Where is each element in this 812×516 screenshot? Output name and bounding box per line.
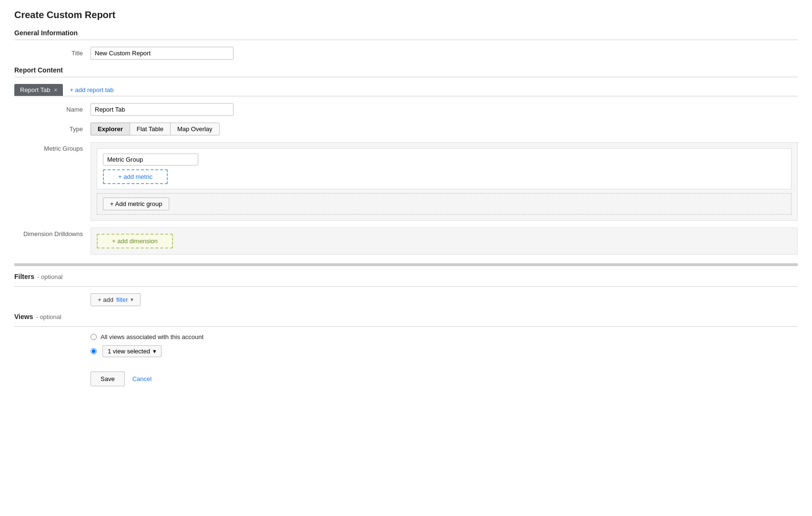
add-metric-label: + add metric <box>118 173 152 180</box>
metric-groups-label: Metric Groups <box>14 142 91 152</box>
tab-type-row: Type Explorer Flat Table Map Overlay <box>14 123 798 135</box>
views-empty-label <box>14 333 91 336</box>
all-views-radio-row: All views associated with this account <box>91 333 798 341</box>
views-optional: - optional <box>36 313 61 320</box>
metric-group-name-input[interactable] <box>103 154 198 165</box>
report-content-header: Report Content <box>14 66 798 74</box>
add-metric-group-button[interactable]: + Add metric group <box>103 197 169 210</box>
title-row: Title <box>14 47 798 60</box>
type-explorer-button[interactable]: Explorer <box>91 123 130 135</box>
dimension-row: Dimension Drilldowns + add dimension <box>14 227 798 255</box>
filter-dropdown-icon: ▾ <box>131 297 133 303</box>
add-dimension-button[interactable]: + add dimension <box>97 234 173 248</box>
type-map-overlay-button[interactable]: Map Overlay <box>170 123 220 135</box>
tab-name-label: Name <box>14 103 91 113</box>
add-report-tab-link[interactable]: + add report tab <box>70 86 113 93</box>
filters-empty-label <box>14 293 91 296</box>
metric-groups-area: + add metric + Add metric group <box>91 142 798 221</box>
filters-control: + add filter ▾ <box>91 293 798 306</box>
cancel-button[interactable]: Cancel <box>132 375 152 382</box>
tab-label: Report Tab <box>20 86 50 93</box>
all-views-radio[interactable] <box>91 334 97 340</box>
title-field-container <box>91 47 798 60</box>
filters-divider <box>14 286 798 287</box>
report-tabs-bar: Report Tab × + add report tab <box>14 84 798 96</box>
views-all-row: All views associated with this account 1… <box>14 333 798 362</box>
add-metric-group-area: + Add metric group <box>97 193 792 215</box>
filters-row: + add filter ▾ <box>14 293 798 306</box>
selected-views-radio[interactable] <box>91 348 97 354</box>
add-filter-prefix: + add <box>98 296 113 303</box>
type-flat-table-button[interactable]: Flat Table <box>130 123 170 135</box>
tab-close-icon[interactable]: × <box>54 87 57 93</box>
views-header: Views <box>14 313 33 320</box>
view-selected-label: 1 view selected <box>108 348 150 355</box>
filters-optional: - optional <box>37 273 62 280</box>
filter-word: filter <box>116 296 128 303</box>
metric-groups-row: Metric Groups + add metric + Add metric … <box>14 142 798 221</box>
general-info-header: General Information <box>14 29 798 37</box>
type-buttons-group: Explorer Flat Table Map Overlay <box>91 123 798 135</box>
filters-header: Filters <box>14 273 34 280</box>
dimension-label: Dimension Drilldowns <box>14 227 91 237</box>
title-label: Title <box>14 47 91 57</box>
views-control: All views associated with this account 1… <box>91 333 798 362</box>
add-metric-button[interactable]: + add metric <box>103 169 168 184</box>
selected-views-radio-row: 1 view selected ▾ <box>91 345 798 357</box>
tab-name-field-container <box>91 103 798 116</box>
metric-group-name-container <box>103 154 785 165</box>
title-input[interactable] <box>91 47 233 60</box>
general-divider <box>14 40 798 40</box>
views-section-header-row: Views - optional <box>14 313 798 323</box>
views-divider <box>14 326 798 327</box>
dimension-area: + add dimension <box>91 227 798 255</box>
section-divider <box>14 263 798 266</box>
tab-type-label: Type <box>14 123 91 133</box>
page-title: Create Custom Report <box>14 10 798 21</box>
add-filter-button[interactable]: + add filter ▾ <box>91 293 141 306</box>
tab-name-input[interactable] <box>91 103 233 116</box>
report-content-divider <box>14 77 798 77</box>
tab-name-row: Name <box>14 103 798 116</box>
metric-group-box: + add metric <box>97 148 792 189</box>
action-buttons: Save Cancel <box>91 372 798 386</box>
report-tab-item[interactable]: Report Tab × <box>14 84 63 96</box>
all-views-label: All views associated with this account <box>101 333 203 341</box>
view-selected-dropdown[interactable]: 1 view selected ▾ <box>102 345 162 357</box>
filters-section-header-row: Filters - optional <box>14 273 798 283</box>
view-dropdown-icon: ▾ <box>153 348 156 355</box>
save-button[interactable]: Save <box>91 372 125 386</box>
